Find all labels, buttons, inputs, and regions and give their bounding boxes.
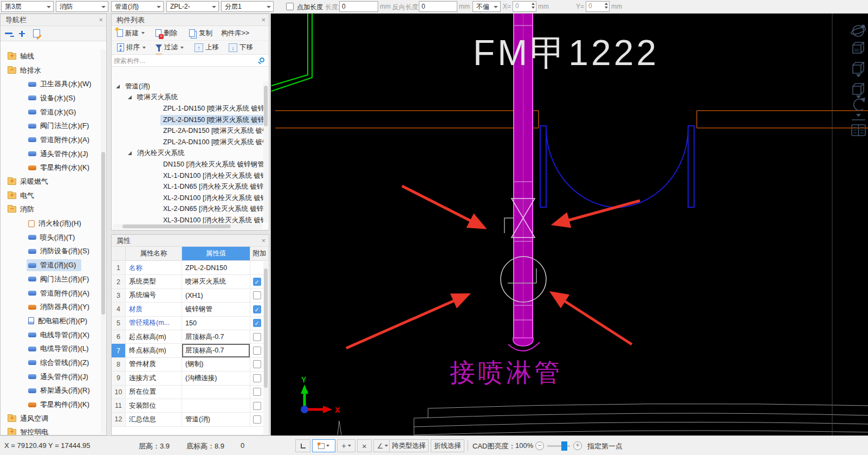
attach-checkbox[interactable] — [253, 278, 261, 286]
spinner-arrows-icon[interactable] — [532, 3, 535, 9]
move-down-button[interactable]: ↓下移 — [227, 42, 255, 53]
component-list-hscrollbar[interactable] — [113, 224, 262, 229]
expand-badge-icon[interactable]: + — [10, 428, 14, 435]
sidebar-item[interactable]: 阀门法兰(消)(F) — [1, 272, 101, 286]
property-value[interactable]: 喷淋灭火系统 — [182, 275, 250, 288]
attach-checkbox[interactable] — [253, 319, 261, 327]
close-icon[interactable]: × — [261, 14, 265, 26]
scrollbar-thumb[interactable] — [264, 86, 268, 126]
sidebar-item[interactable]: + 采暖燃气 — [1, 175, 101, 189]
specialty-dropdown[interactable]: 消防 — [56, 1, 108, 12]
component-tree-row[interactable]: 消火栓灭火系统 — [112, 148, 263, 159]
spinner-arrows-icon[interactable] — [605, 3, 608, 9]
search-icon[interactable] — [260, 57, 264, 62]
category-dropdown[interactable]: 管道(消) — [111, 1, 164, 12]
property-value[interactable]: ZPL-2-DN150 — [182, 261, 250, 274]
sidebar-item[interactable]: − 给排水 — [1, 63, 101, 78]
sidebar-item[interactable]: 桥架通头(消)(R) — [1, 384, 101, 398]
floor-dropdown[interactable]: 第3层 — [1, 1, 54, 12]
attach-checkbox[interactable] — [253, 402, 261, 410]
attach-checkbox[interactable] — [253, 360, 261, 368]
component-tree-row[interactable]: DN150 [消火栓灭火系统 镀锌钢管 1 — [112, 159, 263, 170]
close-icon[interactable]: × — [99, 14, 103, 26]
component-tree-row[interactable]: XL-1-DN65 [消火栓灭火系统 镀锌钢 — [112, 181, 263, 193]
attach-checkbox[interactable] — [253, 374, 261, 382]
snap-point-button[interactable]: + — [337, 439, 355, 452]
chevron-down-icon[interactable] — [856, 114, 861, 117]
sidebar-item[interactable]: 阀门法兰(水)(F) — [1, 119, 101, 133]
new-component-button[interactable]: 新建 — [115, 28, 146, 39]
property-value[interactable]: 150 — [182, 317, 250, 330]
cross-type-select-button[interactable]: 跨类型选择 — [389, 439, 429, 452]
slider-handle[interactable] — [561, 441, 567, 451]
view-toolbar[interactable]: 3D — [850, 25, 866, 136]
component-tree-row[interactable]: ZPL-1-DN150 [喷淋灭火系统 镀锌钢 — [112, 103, 263, 114]
expander-icon[interactable] — [128, 95, 132, 99]
cad-canvas[interactable]: FM甲1222 接喷淋管 Y X — [270, 14, 868, 435]
polyline-select-button[interactable]: 折线选择 — [431, 439, 464, 452]
length-input[interactable] — [339, 1, 378, 12]
sidebar-item[interactable]: 消火栓(消)(H) — [1, 216, 101, 230]
sidebar-item[interactable]: 设备(水)(S) — [1, 91, 101, 105]
expand-badge-icon[interactable]: + — [10, 415, 14, 421]
close-icon[interactable]: × — [261, 235, 265, 247]
scrollbar-thumb[interactable] — [122, 225, 231, 228]
sidebar-item[interactable]: + 智控弱电 — [1, 426, 101, 435]
sidebar-item[interactable]: 电缆导管(消)(L) — [1, 342, 101, 356]
attach-checkbox[interactable] — [253, 415, 261, 424]
property-value-column-header[interactable]: 属性值 — [182, 247, 250, 260]
component-library-button[interactable]: 构件库>> — [219, 28, 251, 39]
sort-button[interactable]: A Z排序 — [115, 42, 147, 53]
component-tree-row[interactable]: ZPL-2A-DN150 [喷淋灭火系统 镀锌 — [112, 125, 263, 137]
filter-button[interactable]: 过滤 — [154, 42, 185, 53]
property-value[interactable]: 层顶标高-0.7 — [182, 330, 250, 343]
display-settings-icon[interactable] — [852, 125, 865, 136]
ortho-toggle-button[interactable] — [295, 439, 310, 452]
chevron-down-icon[interactable] — [856, 95, 861, 99]
navigator-scrollbar[interactable] — [101, 50, 106, 434]
y-offset-spinner[interactable]: 0 — [586, 1, 610, 12]
attach-checkbox[interactable] — [253, 347, 261, 355]
sidebar-item[interactable]: 综合管线(消)(Z) — [1, 356, 101, 370]
property-value[interactable]: 管道(消) — [182, 413, 250, 426]
sidebar-item[interactable]: 消防器具(消)(Y) — [1, 300, 101, 314]
component-tree-row[interactable]: ZPL-2-DN150 [喷淋灭火系统 镀锌钢 — [112, 114, 263, 126]
expander-icon[interactable] — [128, 151, 132, 155]
scrollbar-thumb[interactable] — [264, 268, 268, 388]
intersect-snap-button[interactable]: × — [357, 439, 372, 452]
chevron-down-icon[interactable] — [856, 74, 861, 78]
attach-checkbox[interactable] — [253, 305, 261, 313]
expand-badge-icon[interactable]: + — [10, 178, 14, 184]
sidebar-item[interactable]: 消防设备(消)(S) — [1, 245, 101, 259]
property-value[interactable]: 镀锌钢管 — [182, 303, 250, 316]
expand-all-icon[interactable] — [19, 30, 27, 37]
component-tree-row[interactable]: XL-2-DN65 [消火栓灭火系统 镀锌钢 — [112, 204, 263, 215]
edit-list-icon[interactable] — [33, 29, 40, 37]
sidebar-item[interactable]: 管道附件(水)(A) — [1, 133, 101, 147]
view-3d-icon[interactable]: 3D — [853, 42, 864, 53]
property-value[interactable] — [182, 386, 250, 399]
expand-badge-icon[interactable]: + — [10, 53, 14, 59]
component-tree-row[interactable]: 喷淋灭火系统 — [112, 92, 263, 104]
brightness-slider[interactable] — [547, 445, 570, 447]
component-list-scrollbar[interactable] — [263, 81, 268, 222]
property-value[interactable]: (XH1) — [182, 289, 250, 302]
sidebar-item[interactable]: 通头管件(水)(J) — [1, 147, 101, 161]
attach-checkbox[interactable] — [253, 333, 261, 341]
sidebar-item[interactable]: 喷头(消)(T) — [1, 230, 101, 245]
property-value[interactable] — [182, 399, 250, 412]
sidebar-item[interactable]: 管道附件(消)(A) — [1, 286, 101, 300]
sidebar-item[interactable]: 管道(水)(G) — [1, 105, 101, 119]
properties-scrollbar[interactable] — [263, 262, 268, 434]
orbit-view-icon[interactable] — [850, 25, 866, 37]
expand-badge-icon[interactable]: + — [10, 192, 14, 198]
point-add-length-checkbox[interactable] — [286, 3, 294, 10]
brightness-decrease-button[interactable]: − — [535, 441, 544, 450]
component-tree-row[interactable]: 管道(消) — [112, 81, 263, 92]
reverse-length-input[interactable] — [419, 1, 457, 12]
x-offset-spinner[interactable]: 0 — [513, 1, 536, 12]
copy-component-button[interactable]: 复制 — [187, 28, 214, 39]
expand-badge-icon[interactable]: − — [10, 206, 14, 212]
shaded-view-icon[interactable] — [853, 62, 864, 73]
property-value[interactable]: 层顶标高-0.7 — [182, 344, 250, 357]
